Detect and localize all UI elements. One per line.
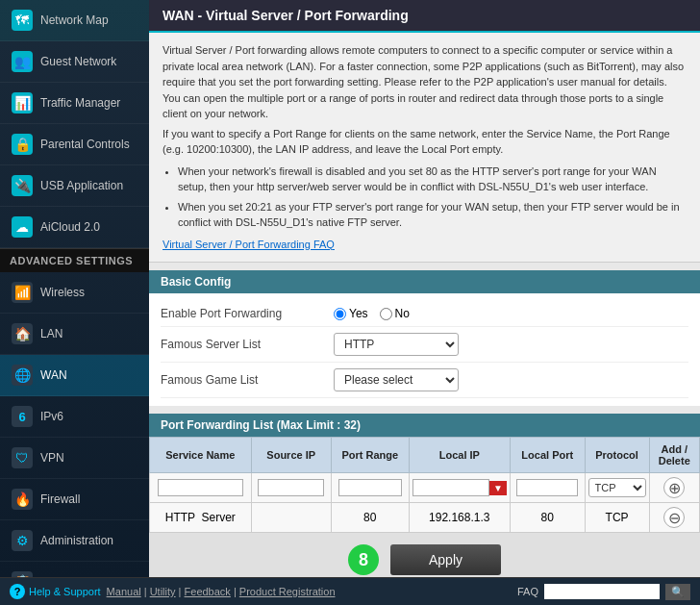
local-ip-cell: 192.168.1.3 xyxy=(409,503,510,533)
footer-links: Manual | Utility | Feedback | Product Re… xyxy=(107,586,336,597)
col-local-port: Local Port xyxy=(510,438,585,473)
service-name-input-1[interactable] xyxy=(158,479,243,496)
sidebar-item-label: Administration xyxy=(40,534,113,547)
sidebar-item-label: IPv6 xyxy=(40,410,63,423)
sidebar-item-network-map[interactable]: 🗺 Network Map xyxy=(0,0,149,41)
footer-feedback-link[interactable]: Feedback xyxy=(185,586,231,597)
footer-faq: FAQ xyxy=(517,586,538,597)
sidebar-item-vpn[interactable]: 🛡 VPN xyxy=(0,438,149,479)
famous-server-value: HTTP FTP HTTPS Custom xyxy=(334,333,459,356)
col-source-ip: Source IP xyxy=(251,438,331,473)
network-map-icon: 🗺 xyxy=(12,10,33,31)
col-service-name: Service Name xyxy=(150,438,252,473)
footer-manual-link[interactable]: Manual xyxy=(107,586,141,597)
local-ip-dropdown-1[interactable]: ▼ xyxy=(489,481,507,495)
sidebar-item-wan[interactable]: 🌐 WAN xyxy=(0,355,149,396)
administration-icon: ⚙ xyxy=(12,530,33,551)
footer-search-button[interactable]: 🔍 xyxy=(665,584,690,600)
radio-yes-label[interactable]: Yes xyxy=(334,307,368,320)
port-forwarding-label: Enable Port Forwarding xyxy=(161,307,334,320)
sidebar-item-label: Firewall xyxy=(40,492,80,506)
protocol-select-1[interactable]: TCP UDP BOTH xyxy=(588,478,646,497)
footer-search-input[interactable] xyxy=(544,584,660,599)
parental-controls-icon: 🔒 xyxy=(12,134,33,155)
table-row-http: HTTP Server 80 192.168.1.3 80 TCP ⊖ xyxy=(150,503,700,533)
sidebar-item-label: Parental Controls xyxy=(40,138,130,151)
sidebar-item-label: AiCloud 2.0 xyxy=(40,220,100,234)
sidebar-item-administration[interactable]: ⚙ Administration xyxy=(0,520,149,562)
sidebar-item-usb-application[interactable]: 🔌 USB Application xyxy=(0,165,149,207)
col-add-delete: Add / Delete xyxy=(649,438,699,473)
famous-server-row: Famous Server List HTTP FTP HTTPS Custom xyxy=(161,327,688,363)
guest-network-icon: 👥 xyxy=(12,51,33,72)
sidebar-item-aicloud[interactable]: ☁ AiCloud 2.0 xyxy=(0,207,149,248)
basic-config-table: Enable Port Forwarding Yes No Famous Ser… xyxy=(149,293,700,406)
sidebar-item-parental-controls[interactable]: 🔒 Parental Controls xyxy=(0,124,149,165)
famous-game-select[interactable]: Please select Call of Duty Minecraft xyxy=(334,368,459,391)
basic-config-header: Basic Config xyxy=(149,270,700,293)
help-support-label[interactable]: Help & Support xyxy=(29,586,101,597)
radio-no[interactable] xyxy=(380,308,392,320)
col-local-ip: Local IP xyxy=(409,438,510,473)
advanced-settings-label: Advanced Settings xyxy=(0,248,149,272)
port-forwarding-section: Port Forwarding List (Max Limit : 32) Se… xyxy=(149,414,700,533)
description-bullet1: When your network's firewall is disabled… xyxy=(178,164,687,195)
description-para1: Virtual Server / Port forwarding allows … xyxy=(162,42,687,122)
famous-game-value: Please select Call of Duty Minecraft xyxy=(334,368,459,391)
sidebar-item-traffic-manager[interactable]: 📊 Traffic Manager xyxy=(0,83,149,124)
sidebar-item-label: Guest Network xyxy=(40,55,116,68)
port-range-input-1[interactable] xyxy=(338,479,402,496)
faq-link[interactable]: Virtual Server / Port Forwarding FAQ xyxy=(162,239,335,250)
faq-label: FAQ xyxy=(517,586,538,597)
port-forwarding-radios: Yes No xyxy=(334,307,410,320)
source-ip-cell xyxy=(251,503,331,533)
service-name-cell: HTTP Server xyxy=(150,503,252,533)
question-mark-icon: ? xyxy=(10,584,25,599)
famous-server-select[interactable]: HTTP FTP HTTPS Custom xyxy=(334,333,459,356)
firewall-icon: 🔥 xyxy=(12,489,33,510)
radio-no-label[interactable]: No xyxy=(380,307,410,320)
usb-application-icon: 🔌 xyxy=(12,175,33,196)
apply-button[interactable]: Apply xyxy=(390,544,501,575)
add-button-1[interactable]: ⊕ xyxy=(663,477,685,498)
footer-help: ? Help & Support xyxy=(10,584,101,599)
sidebar-item-ipv6[interactable]: 6 IPv6 xyxy=(0,396,149,438)
aicloud-icon: ☁ xyxy=(12,216,33,238)
port-range-cell: 80 xyxy=(331,503,409,533)
sidebar-item-label: WAN xyxy=(40,368,67,382)
sidebar-item-firewall[interactable]: 🔥 Firewall xyxy=(0,479,149,520)
col-protocol: Protocol xyxy=(585,438,649,473)
radio-yes[interactable] xyxy=(334,308,346,320)
description-para2: If you want to specify a Port Range for … xyxy=(162,126,687,158)
main-content: WAN - Virtual Server / Port Forwarding V… xyxy=(149,0,700,577)
footer-utility-link[interactable]: Utility xyxy=(150,586,176,597)
apply-bar: 8 Apply xyxy=(149,533,700,577)
sidebar-item-label: Traffic Manager xyxy=(40,96,120,110)
lan-icon: 🏠 xyxy=(12,323,33,344)
description-area: Virtual Server / Port forwarding allows … xyxy=(149,33,700,263)
famous-game-label: Famous Game List xyxy=(161,373,334,387)
local-port-cell: 80 xyxy=(510,503,585,533)
sidebar-item-label: USB Application xyxy=(40,179,123,192)
famous-game-row: Famous Game List Please select Call of D… xyxy=(161,363,688,398)
footer-product-registration-link[interactable]: Product Registration xyxy=(239,586,336,597)
local-port-input-1[interactable] xyxy=(516,479,578,496)
vpn-icon: 🛡 xyxy=(12,447,33,468)
sidebar-item-guest-network[interactable]: 👥 Guest Network xyxy=(0,41,149,83)
step-badge: 8 xyxy=(348,544,379,575)
local-ip-input-1[interactable] xyxy=(412,479,489,496)
wireless-icon: 📶 xyxy=(12,282,33,303)
sidebar-item-wireless[interactable]: 📶 Wireless xyxy=(0,272,149,314)
wan-icon: 🌐 xyxy=(12,365,33,386)
sidebar-item-label: Wireless xyxy=(40,286,85,299)
port-forwarding-row: Enable Port Forwarding Yes No xyxy=(161,301,688,327)
delete-button-1[interactable]: ⊖ xyxy=(663,507,685,528)
source-ip-input-1[interactable] xyxy=(258,479,324,496)
sidebar-item-label: Network Map xyxy=(40,13,109,27)
sidebar: 🗺 Network Map 👥 Guest Network 📊 Traffic … xyxy=(0,0,149,577)
sidebar-item-label: VPN xyxy=(40,451,64,465)
pf-table: Service Name Source IP Port Range Local … xyxy=(149,437,700,533)
protocol-cell: TCP xyxy=(585,503,649,533)
footer: ? Help & Support Manual | Utility | Feed… xyxy=(0,577,700,605)
sidebar-item-lan[interactable]: 🏠 LAN xyxy=(0,314,149,355)
